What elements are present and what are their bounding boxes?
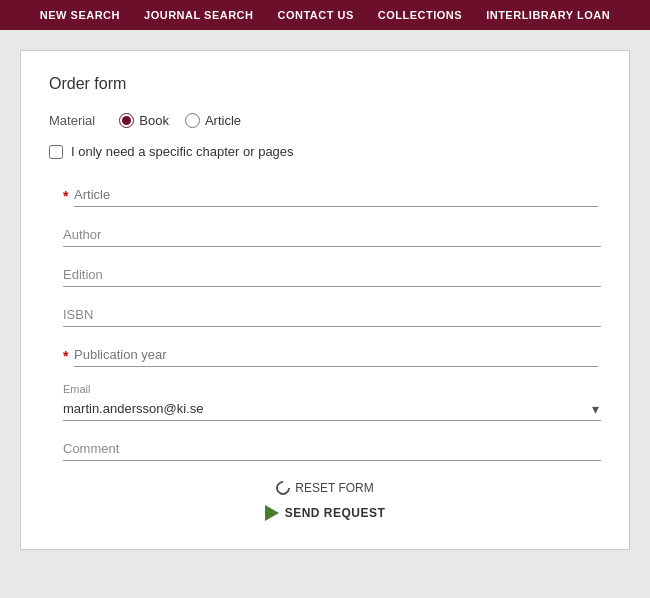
author-field-group	[63, 223, 601, 247]
page-wrapper: Order form Material Book Article I only …	[0, 30, 650, 570]
button-row: RESET FORM SEND REQUEST	[49, 481, 601, 521]
email-input[interactable]	[63, 397, 590, 420]
pub-year-field-group: *	[63, 343, 601, 367]
article-required-star: *	[63, 188, 68, 204]
nav-contact-us[interactable]: CONTACT US	[278, 9, 354, 21]
comment-field-group	[63, 437, 601, 461]
chapter-checkbox-row[interactable]: I only need a specific chapter or pages	[49, 144, 601, 159]
chapter-checkbox[interactable]	[49, 145, 63, 159]
material-row: Material Book Article	[49, 113, 601, 128]
isbn-input[interactable]	[63, 303, 601, 327]
navigation: NEW SEARCH JOURNAL SEARCH CONTACT US COL…	[0, 0, 650, 30]
email-select-row: ▾	[63, 397, 601, 421]
fields-container: * * Email	[49, 183, 601, 461]
material-radio-group: Book Article	[119, 113, 241, 128]
author-input[interactable]	[63, 223, 601, 247]
nav-interlibrary-loan[interactable]: INTERLIBRARY LOAN	[486, 9, 610, 21]
email-dropdown-button[interactable]: ▾	[590, 401, 601, 417]
nav-journal-search[interactable]: JOURNAL SEARCH	[144, 9, 253, 21]
send-request-button[interactable]: SEND REQUEST	[265, 505, 386, 521]
order-form-card: Order form Material Book Article I only …	[20, 50, 630, 550]
nav-collections[interactable]: COLLECTIONS	[378, 9, 462, 21]
nav-new-search[interactable]: NEW SEARCH	[40, 9, 120, 21]
email-label: Email	[63, 383, 601, 395]
reset-label: RESET FORM	[295, 481, 373, 495]
pub-year-required-star: *	[63, 348, 68, 364]
reset-icon	[273, 478, 293, 498]
article-radio-option[interactable]: Article	[185, 113, 241, 128]
book-label: Book	[139, 113, 169, 128]
article-input[interactable]	[74, 183, 598, 207]
pub-year-input[interactable]	[74, 343, 598, 367]
isbn-field-group	[63, 303, 601, 327]
book-radio-option[interactable]: Book	[119, 113, 169, 128]
edition-field-group	[63, 263, 601, 287]
reset-form-button[interactable]: RESET FORM	[276, 481, 373, 495]
form-title: Order form	[49, 75, 601, 93]
send-label: SEND REQUEST	[285, 506, 386, 520]
edition-input[interactable]	[63, 263, 601, 287]
article-radio[interactable]	[185, 113, 200, 128]
comment-input[interactable]	[63, 437, 601, 461]
article-field-group: *	[63, 183, 601, 207]
email-field-group: Email ▾	[63, 383, 601, 421]
article-label: Article	[205, 113, 241, 128]
book-radio[interactable]	[119, 113, 134, 128]
chapter-label: I only need a specific chapter or pages	[71, 144, 294, 159]
material-label: Material	[49, 113, 95, 128]
send-icon	[265, 505, 279, 521]
